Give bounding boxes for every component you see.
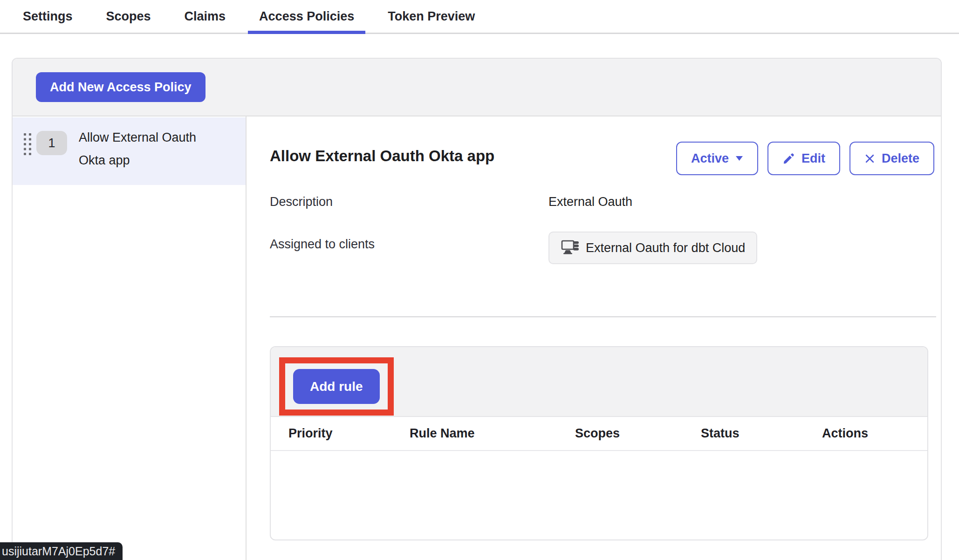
policy-fields: Description External Oauth Assigned to c…	[270, 192, 941, 264]
status-dropdown-label: Active	[691, 151, 729, 166]
rules-panel: Add rule Priority Rule Name Scopes Statu…	[270, 346, 928, 540]
client-chip-label: External Oauth for dbt Cloud	[586, 241, 745, 255]
policy-list: 1 Allow External Oauth Okta app	[13, 116, 247, 560]
tab-claims[interactable]: Claims	[173, 0, 237, 33]
tab-bar: Settings Scopes Claims Access Policies T…	[0, 0, 959, 34]
rules-col-rule-name: Rule Name	[410, 426, 575, 441]
annotation-highlight-box: Add rule	[279, 357, 394, 416]
policy-priority-badge: 1	[36, 131, 67, 155]
access-policies-panel: Add New Access Policy 1	[12, 58, 942, 560]
edit-button-label: Edit	[801, 151, 825, 166]
add-rule-button[interactable]: Add rule	[293, 369, 380, 404]
policies-toolbar: Add New Access Policy	[13, 59, 941, 116]
policy-detail: Allow External Oauth Okta app Active	[247, 116, 941, 560]
tab-scopes[interactable]: Scopes	[95, 0, 162, 33]
assigned-clients-cell: External Oauth for dbt Cloud	[548, 234, 941, 264]
policy-detail-header: Allow External Oauth Okta app Active	[270, 142, 941, 175]
rules-toolbar: Add rule	[271, 347, 927, 417]
x-icon	[864, 153, 875, 164]
rules-col-priority: Priority	[288, 426, 410, 441]
edit-button[interactable]: Edit	[767, 142, 840, 175]
rules-table-header: Priority Rule Name Scopes Status Actions	[271, 417, 927, 451]
add-new-access-policy-button[interactable]: Add New Access Policy	[36, 72, 206, 102]
description-value: External Oauth	[548, 192, 941, 209]
delete-button-label: Delete	[882, 151, 919, 166]
tab-access-policies[interactable]: Access Policies	[248, 0, 365, 33]
policies-body: 1 Allow External Oauth Okta app Allow Ex…	[13, 116, 941, 560]
rules-table-body	[271, 451, 927, 540]
section-divider	[270, 316, 936, 317]
assigned-to-clients-label: Assigned to clients	[270, 234, 548, 252]
tab-settings[interactable]: Settings	[12, 0, 84, 33]
delete-button[interactable]: Delete	[849, 142, 934, 175]
drag-handle-icon[interactable]	[24, 133, 32, 155]
status-dropdown-button[interactable]: Active	[676, 142, 758, 175]
policy-list-item[interactable]: 1 Allow External Oauth Okta app	[13, 117, 246, 185]
chevron-down-icon	[735, 156, 743, 161]
client-chip[interactable]: External Oauth for dbt Cloud	[548, 232, 757, 264]
policy-name: Allow External Oauth Okta app	[79, 126, 219, 172]
description-label: Description	[270, 192, 548, 209]
pencil-icon	[782, 152, 795, 165]
client-computer-database-icon	[561, 239, 579, 256]
rules-col-status: Status	[701, 426, 822, 441]
tab-token-preview[interactable]: Token Preview	[377, 0, 486, 33]
policy-title: Allow External Oauth Okta app	[270, 142, 494, 165]
rules-col-actions: Actions	[822, 426, 927, 441]
status-bar-link-preview: usijiutarM7Aj0Ep5d7#	[0, 542, 123, 560]
policy-action-buttons: Active Edit	[676, 142, 934, 175]
rules-col-scopes: Scopes	[575, 426, 701, 441]
